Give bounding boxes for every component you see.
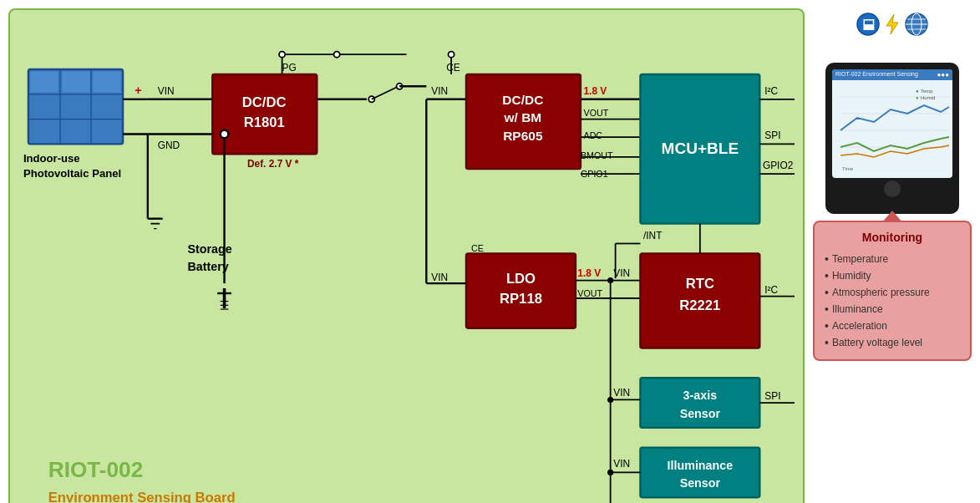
svg-text:ADC: ADC [584, 130, 603, 140]
svg-text:Def. 2.7 V *: Def. 2.7 V * [247, 158, 299, 170]
tablet-screen-header: RIOT-002 Environment Sensing ●●● [832, 69, 952, 80]
svg-text:VIN: VIN [613, 387, 630, 399]
diagram-board: + Indoor-use Photovoltaic Panel VIN GND [8, 8, 805, 503]
svg-text:Environment Sensing Board: Environment Sensing Board [48, 490, 236, 503]
svg-line-32 [372, 87, 397, 99]
diagram-area: + Indoor-use Photovoltaic Panel VIN GND [8, 8, 805, 495]
svg-text:VIN: VIN [431, 85, 448, 97]
tablet-frame: RIOT-002 Environment Sensing ●●● [825, 63, 959, 214]
svg-rect-7 [93, 71, 120, 92]
svg-text:3-axis: 3-axis [683, 389, 718, 402]
svg-text:RP118: RP118 [500, 291, 542, 307]
monitoring-box: Monitoring • Temperature • Humidity • At… [813, 221, 972, 361]
tablet-header-right: ●●● [937, 71, 950, 79]
svg-text:RP605: RP605 [503, 129, 543, 143]
svg-text:1.8 V: 1.8 V [584, 85, 607, 97]
svg-text:Time: Time [842, 166, 854, 171]
bullet-icon: • [825, 319, 829, 333]
svg-marker-126 [886, 14, 898, 34]
monitoring-item-label: Battery voltage level [832, 337, 922, 348]
monitoring-item-battery-voltage: • Battery voltage level [825, 334, 960, 351]
svg-text:+: + [135, 84, 141, 97]
svg-text:I²C: I²C [764, 284, 778, 296]
right-panel: ⬓ RIOT-002 Environment Sensing ●●● [813, 8, 972, 495]
svg-text:VIN: VIN [613, 458, 630, 470]
svg-rect-132 [832, 80, 952, 172]
svg-text:⬓: ⬓ [862, 17, 875, 31]
svg-text:VIN: VIN [431, 272, 448, 283]
monitoring-item-temperature: • Temperature [825, 251, 960, 267]
svg-point-107 [607, 277, 613, 283]
bullet-icon: • [825, 286, 829, 299]
svg-text:/INT: /INT [643, 230, 663, 241]
bluetooth-icon: ⬓ [856, 13, 880, 36]
svg-text:LDO: LDO [506, 271, 536, 287]
svg-text:CE: CE [446, 62, 460, 74]
circuit-diagram: + Indoor-use Photovoltaic Panel VIN GND [18, 18, 795, 503]
svg-text:Battery: Battery [187, 260, 228, 273]
svg-text:VIN: VIN [613, 267, 630, 279]
svg-text:●: ● [916, 89, 919, 94]
svg-text:I²C: I²C [764, 85, 778, 97]
globe-icon [905, 13, 928, 36]
monitoring-item-label: Acceleration [832, 320, 887, 332]
svg-text:BMOUT: BMOUT [581, 150, 613, 160]
svg-text:Sensor: Sensor [680, 476, 721, 490]
monitoring-item-label: Illuminance [832, 303, 883, 315]
monitoring-item-atmospheric-pressure: • Atmospheric pressure [825, 284, 960, 301]
monitoring-item-humidity: • Humidity [825, 267, 960, 284]
svg-text:Illuminance: Illuminance [668, 459, 734, 472]
svg-text:RTC: RTC [686, 276, 714, 292]
bullet-icon: • [825, 336, 829, 349]
svg-text:●: ● [916, 95, 919, 100]
svg-text:DC/DC: DC/DC [502, 93, 543, 107]
svg-text:Temp: Temp [921, 89, 933, 94]
main-container: + Indoor-use Photovoltaic Panel VIN GND [0, 0, 980, 503]
tablet-header-text: RIOT-002 Environment Sensing [835, 71, 918, 79]
svg-point-27 [279, 52, 285, 58]
monitoring-item-acceleration: • Acceleration [825, 318, 960, 334]
monitoring-item-label: Temperature [832, 253, 888, 265]
svg-text:GND: GND [158, 140, 180, 151]
svg-text:GPIO2: GPIO2 [763, 160, 794, 171]
svg-text:VIN: VIN [158, 85, 175, 97]
svg-rect-5 [30, 71, 58, 92]
bullet-icon: • [825, 269, 829, 282]
tablet-home-button[interactable] [884, 180, 901, 197]
svg-point-37 [449, 52, 454, 58]
svg-text:SPI: SPI [764, 130, 780, 141]
svg-text:CE: CE [471, 243, 484, 253]
monitoring-title: Monitoring [825, 231, 960, 244]
icon-area: ⬓ [813, 13, 972, 36]
tablet-screen: RIOT-002 Environment Sensing ●●● [832, 69, 952, 178]
svg-text:MCU+BLE: MCU+BLE [662, 140, 739, 157]
svg-text:VOUT: VOUT [584, 108, 609, 118]
svg-text:Sensor: Sensor [680, 407, 721, 420]
svg-text:R1801: R1801 [244, 114, 285, 130]
svg-text:SPI: SPI [764, 390, 780, 402]
svg-point-122 [221, 130, 229, 139]
svg-text:1.8 V: 1.8 V [577, 267, 601, 279]
svg-text:Photovoltaic Panel: Photovoltaic Panel [23, 167, 121, 180]
monitoring-item-illuminance: • Illuminance [825, 301, 960, 318]
svg-text:RIOT-002: RIOT-002 [48, 457, 144, 482]
bullet-icon: • [825, 252, 829, 266]
svg-text:R2221: R2221 [679, 297, 720, 313]
monitoring-item-label: Humidity [832, 270, 871, 282]
svg-rect-6 [62, 71, 89, 92]
svg-text:Indoor-use: Indoor-use [23, 152, 80, 165]
svg-point-108 [607, 397, 613, 403]
svg-text:Humid: Humid [921, 95, 935, 100]
monitoring-item-label: Atmospheric pressure [832, 287, 930, 298]
svg-text:VOUT: VOUT [577, 288, 602, 298]
bullet-icon: • [825, 302, 829, 316]
lightning-icon [883, 13, 901, 36]
svg-text:PG: PG [282, 62, 297, 74]
svg-text:DC/DC: DC/DC [242, 94, 287, 110]
svg-point-28 [334, 52, 340, 58]
monitoring-items-list: • Temperature • Humidity • Atmospheric p… [825, 251, 960, 351]
tablet-chart: Time ● Temp ● Humid [832, 80, 952, 172]
svg-text:w/ BM: w/ BM [504, 110, 542, 124]
